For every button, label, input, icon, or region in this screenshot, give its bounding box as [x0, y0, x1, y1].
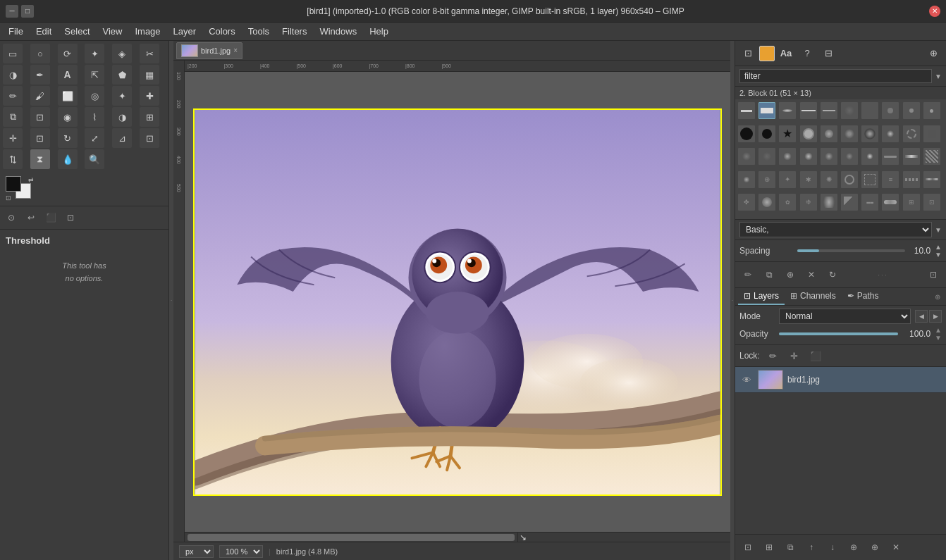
brush-cell[interactable]	[821, 102, 837, 119]
delete-layer[interactable]: ✕	[886, 537, 906, 557]
tool-airbrush[interactable]: ◎	[85, 86, 104, 106]
unit-select[interactable]: px % in mm	[179, 545, 214, 558]
brush-cell[interactable]	[779, 148, 796, 165]
brush-cell[interactable]	[923, 171, 940, 188]
layer-down[interactable]: ↓	[823, 537, 842, 557]
brush-cell[interactable]	[738, 102, 755, 119]
brush-cell[interactable]: ✿	[779, 194, 796, 211]
tool-threshold[interactable]: ⧗	[30, 149, 50, 169]
menu-view[interactable]: View	[97, 25, 128, 38]
tool-perspective-clone[interactable]: ⊡	[30, 107, 50, 127]
tab-layers[interactable]: ⊡ Layers	[738, 288, 785, 305]
tool-heal[interactable]: ✚	[140, 86, 159, 106]
tool-dodge[interactable]: ◑	[112, 107, 132, 127]
mode-select[interactable]: Normal Multiply Screen Overlay	[779, 309, 911, 324]
brush-cell[interactable]	[882, 102, 899, 119]
brush-cell[interactable]	[861, 171, 878, 188]
new-brush-icon[interactable]: ⊕	[780, 265, 800, 285]
menu-windows[interactable]: Windows	[314, 25, 362, 38]
spacing-slider[interactable]	[797, 249, 905, 252]
lock-position-icon[interactable]: ✛	[787, 348, 802, 363]
expand-icon[interactable]: ⊕	[923, 44, 943, 63]
tool-eraser[interactable]: ⬜	[58, 86, 78, 106]
tab-close-button[interactable]: ×	[233, 46, 238, 54]
edit-brush-icon[interactable]: ✏	[738, 265, 758, 285]
image-tab-bird1[interactable]: bird1.jpg ×	[176, 42, 242, 59]
opacity-down[interactable]: ▼	[935, 334, 942, 342]
duplicate-brush-icon[interactable]: ⧉	[759, 265, 779, 285]
brush-cell[interactable]	[841, 148, 858, 165]
tool-blur[interactable]: ◉	[58, 107, 78, 127]
brush-cell[interactable]	[738, 148, 755, 165]
close-button[interactable]: ✕	[929, 6, 940, 17]
tool-scissors[interactable]: ✂	[140, 44, 159, 63]
tool-pencil[interactable]: ✏	[3, 86, 23, 106]
refresh-brush-icon[interactable]: ↻	[823, 265, 842, 285]
brush-cell[interactable]	[923, 125, 940, 142]
tool-shear[interactable]: ⊿	[112, 128, 132, 148]
anchor-layer[interactable]: ⊕	[865, 537, 885, 557]
brush-settings-icon[interactable]: ⊡	[923, 265, 943, 285]
h-scroll-thumb[interactable]	[188, 534, 515, 541]
brush-cell[interactable]	[882, 148, 899, 165]
tool-lasso[interactable]: ⟳	[58, 44, 78, 63]
maximize-button[interactable]: □	[21, 5, 34, 18]
undo-icon[interactable]: ↩	[23, 209, 39, 226]
brush-cell[interactable]	[903, 125, 920, 142]
panel-expand-button[interactable]: ⊕	[932, 290, 943, 304]
tool-fuzzy-select[interactable]: ✦	[85, 44, 104, 63]
brush-cell[interactable]	[903, 171, 920, 188]
brush-cell[interactable]	[758, 125, 775, 142]
brush-cell[interactable]	[923, 102, 940, 119]
brush-cell[interactable]	[779, 102, 796, 119]
tool-rect-select[interactable]: ▭	[3, 44, 23, 63]
new-layer-group[interactable]: ⊞	[759, 537, 779, 557]
tool-align[interactable]: ⊞	[140, 107, 159, 127]
mode-next[interactable]: ▶	[929, 310, 942, 323]
tool-ink[interactable]: ✦	[112, 86, 132, 106]
brush-cell[interactable]: ✤	[738, 194, 755, 211]
menu-colors[interactable]: Colors	[203, 25, 241, 38]
brush-cell[interactable]	[758, 102, 775, 119]
tab-paths[interactable]: ✒ Paths	[842, 288, 885, 305]
brush-cell[interactable]: ✺	[821, 171, 837, 188]
menu-edit[interactable]: Edit	[30, 25, 57, 38]
tool-smudge[interactable]: ⌇	[85, 107, 104, 127]
brush-cell[interactable]	[738, 171, 755, 188]
brush-cell[interactable]	[861, 148, 878, 165]
color-swap-icon[interactable]: ⇄	[28, 176, 34, 183]
brush-cell[interactable]: ⊕	[758, 171, 775, 188]
spacing-down[interactable]: ▼	[935, 251, 942, 259]
tool-perspective[interactable]: ⊡	[140, 128, 159, 148]
brush-filter-input[interactable]	[739, 69, 932, 83]
brush-cell[interactable]	[903, 148, 920, 165]
tool-fg-select[interactable]: ◑	[3, 65, 23, 85]
menu-help[interactable]: Help	[364, 25, 394, 38]
brush-cell[interactable]	[821, 148, 837, 165]
menu-select[interactable]: Select	[59, 25, 95, 38]
brush-cell[interactable]	[861, 102, 878, 119]
canvas-viewport[interactable]	[185, 72, 730, 532]
tool-ellipse-select[interactable]: ○	[30, 44, 50, 63]
brush-cell[interactable]	[758, 148, 775, 165]
layer-visibility-toggle[interactable]: 👁	[739, 373, 754, 387]
menu-layer[interactable]: Layer	[168, 25, 202, 38]
brush-cell[interactable]: ≡	[882, 171, 899, 188]
layer-row[interactable]: 👁 bird1.jpg	[735, 367, 946, 393]
tool-scale[interactable]: ⤢	[85, 128, 104, 148]
filter-dropdown-arrow[interactable]: ▼	[935, 73, 942, 80]
brush-cell[interactable]	[821, 125, 837, 142]
brush-cell[interactable]: ▬▬	[861, 194, 878, 211]
help-icon[interactable]: ?	[797, 44, 817, 63]
menu-tools[interactable]: Tools	[242, 25, 275, 38]
brush-cell[interactable]	[738, 125, 755, 142]
font-icon[interactable]: Aa	[776, 44, 796, 63]
brush-cell[interactable]: ❉	[800, 194, 817, 211]
brush-cell[interactable]	[800, 148, 817, 165]
duplicate-layer[interactable]: ⧉	[780, 537, 800, 557]
preset-dropdown-arrow[interactable]: ▼	[935, 226, 942, 234]
brush-cell[interactable]	[758, 194, 775, 211]
tool-paintbrush[interactable]: 🖌	[30, 86, 50, 106]
brush-cell[interactable]	[861, 125, 878, 142]
brush-cell[interactable]	[923, 148, 940, 165]
